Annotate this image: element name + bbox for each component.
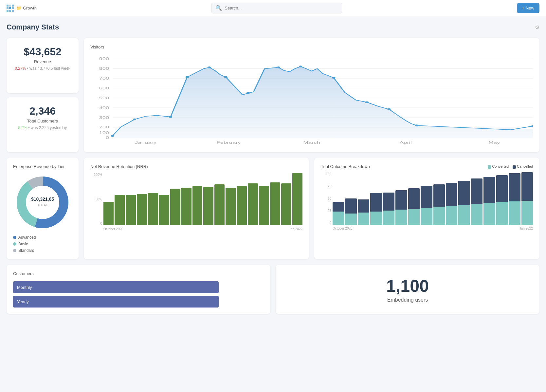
header-left: 📁 Growth bbox=[7, 5, 37, 12]
customers-label: Total Customers bbox=[13, 119, 72, 123]
converted-part bbox=[370, 212, 382, 225]
cancelled-part bbox=[458, 181, 470, 205]
svg-text:900: 900 bbox=[99, 57, 109, 61]
customers-change: 5.2% • was 2,225 yesterday bbox=[13, 125, 72, 130]
cancelled-part bbox=[333, 202, 344, 212]
trial-bar-wrapper bbox=[496, 172, 508, 225]
trial-y-100: 100 bbox=[321, 172, 331, 176]
search-input[interactable] bbox=[225, 6, 338, 10]
converted-part bbox=[433, 207, 445, 225]
monthly-label: Monthly bbox=[17, 285, 32, 290]
advanced-dot bbox=[13, 236, 16, 239]
trial-bar-wrapper bbox=[421, 172, 432, 225]
svg-text:February: February bbox=[216, 141, 241, 144]
header: 📁 Growth 🔍 + New bbox=[0, 0, 546, 16]
trial-bar-wrapper bbox=[370, 172, 382, 225]
cancelled-part bbox=[496, 175, 508, 202]
breadcrumb: 📁 Growth bbox=[16, 6, 37, 10]
embedding-value: 1,100 bbox=[386, 276, 429, 296]
nrr-bar bbox=[237, 186, 247, 225]
monthly-bar: Monthly bbox=[13, 281, 219, 293]
svg-text:TOTAL: TOTAL bbox=[37, 203, 48, 207]
svg-text:500: 500 bbox=[99, 96, 109, 100]
page-title: Company Stats bbox=[7, 23, 59, 31]
converted-part bbox=[395, 210, 407, 225]
revenue-note: was 43,770.5 last week bbox=[29, 66, 70, 71]
nrr-bar bbox=[270, 182, 280, 225]
nrr-bar bbox=[126, 195, 136, 225]
trial-x-start: October 2020 bbox=[333, 227, 353, 230]
converted-part bbox=[483, 203, 495, 225]
svg-text:700: 700 bbox=[99, 77, 109, 81]
breadcrumb-text: Growth bbox=[23, 6, 37, 10]
cancelled-part bbox=[446, 183, 457, 206]
svg-text:March: March bbox=[303, 141, 320, 144]
trial-bar-wrapper bbox=[358, 172, 369, 225]
yearly-bar: Yearly bbox=[13, 296, 219, 308]
customers-note: was 2,225 yesterday bbox=[31, 125, 67, 130]
svg-point-19 bbox=[111, 135, 114, 137]
svg-point-26 bbox=[277, 66, 280, 68]
trial-bar-wrapper bbox=[383, 172, 394, 225]
svg-point-27 bbox=[299, 65, 302, 67]
revenue-change: 0.27% • was 43,770.5 last week bbox=[13, 66, 72, 71]
converted-part bbox=[345, 214, 356, 225]
converted-part bbox=[408, 209, 420, 225]
svg-point-24 bbox=[224, 76, 228, 78]
new-button[interactable]: + New bbox=[517, 3, 539, 13]
folder-icon: 📁 bbox=[16, 6, 22, 10]
yearly-label: Yearly bbox=[17, 299, 29, 304]
customers-stat-card: 2,346 Total Customers 5.2% • was 2,225 y… bbox=[7, 97, 79, 153]
nrr-bar bbox=[137, 194, 147, 225]
app-logo bbox=[7, 5, 14, 12]
search-bar[interactable]: 🔍 bbox=[211, 3, 342, 13]
nrr-bar bbox=[181, 188, 191, 225]
trial-bar-wrapper bbox=[395, 172, 407, 225]
embedding-label: Embedding users bbox=[387, 297, 428, 303]
trial-bar-wrapper bbox=[471, 172, 482, 225]
donut-svg: $10,321,65 TOTAL bbox=[13, 173, 72, 232]
visitors-card: Visitors 900 800 700 600 500 400 300 bbox=[84, 38, 539, 152]
svg-text:May: May bbox=[488, 141, 500, 144]
nrr-bar bbox=[192, 186, 203, 225]
revenue-value: $43,652 bbox=[13, 46, 72, 58]
cancelled-part bbox=[383, 193, 394, 211]
donut-card: Enterprise Revenue by Tier $10,321,65 TO… bbox=[7, 158, 79, 259]
trial-bar-wrapper bbox=[509, 172, 520, 225]
search-icon: 🔍 bbox=[215, 5, 222, 11]
advanced-label: Advanced bbox=[18, 235, 36, 240]
svg-text:300: 300 bbox=[99, 116, 109, 120]
svg-text:200: 200 bbox=[99, 125, 109, 129]
cancelled-part bbox=[395, 190, 407, 210]
svg-text:$10,321,65: $10,321,65 bbox=[31, 196, 54, 202]
bottom-row2: Customers Monthly Yearly 1,100 Embedding… bbox=[7, 265, 539, 314]
trial-bar-wrapper bbox=[458, 172, 470, 225]
svg-text:400: 400 bbox=[99, 106, 109, 110]
nrr-y-100: 100% bbox=[90, 173, 102, 177]
nrr-bar bbox=[103, 202, 114, 225]
trial-x-end: Jan 2022 bbox=[519, 227, 533, 230]
nrr-bar bbox=[159, 195, 169, 225]
monthly-row: Monthly bbox=[13, 281, 264, 293]
nrr-card: Net Revenue Retention (NRR) 100% 50% 0 O… bbox=[84, 158, 309, 259]
settings-icon[interactable]: ⚙ bbox=[535, 24, 539, 30]
trial-bar-wrapper bbox=[333, 172, 344, 225]
trial-card: Trial Outcome Breakdown Converted Cancel… bbox=[314, 158, 539, 259]
embedding-card: 1,100 Embedding users bbox=[276, 265, 539, 314]
nrr-bars bbox=[103, 173, 302, 225]
cancelled-part bbox=[345, 198, 356, 214]
svg-point-29 bbox=[365, 101, 369, 103]
customers-pct: 5.2% bbox=[18, 125, 27, 130]
cancelled-part bbox=[483, 177, 495, 203]
converted-part bbox=[496, 202, 508, 225]
customers-chart-card: Customers Monthly Yearly bbox=[7, 265, 270, 314]
revenue-pct: 0.27% bbox=[15, 66, 26, 71]
converted-part bbox=[383, 211, 394, 225]
converted-part bbox=[471, 204, 482, 225]
trial-y-50: 50 bbox=[321, 197, 331, 200]
svg-point-23 bbox=[208, 66, 211, 68]
legend-standard: Standard bbox=[13, 248, 72, 253]
visitors-title: Visitors bbox=[90, 45, 533, 49]
nrr-y-0: 0 bbox=[90, 222, 102, 225]
nrr-bar bbox=[170, 189, 180, 225]
